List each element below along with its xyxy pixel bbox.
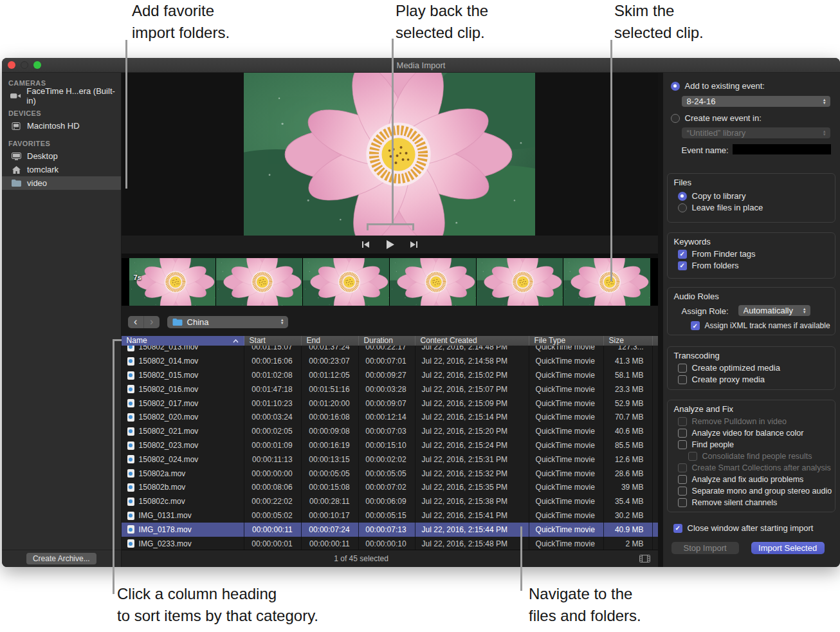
- skip-forward-button[interactable]: [410, 241, 418, 248]
- filmstrip-view-icon[interactable]: [639, 555, 650, 564]
- folder-dropdown[interactable]: China ▲▼: [167, 316, 288, 328]
- table-row[interactable]: 150802_016.mov00:01:47:1800:01:51:1600:0…: [122, 382, 658, 396]
- check-create-optimized-media[interactable]: Create optimized media: [678, 363, 780, 373]
- filmstrip-thumbnail[interactable]: [303, 258, 389, 306]
- column-header-filler: [653, 336, 658, 346]
- sidebar-section-favorites: FAVORITES: [8, 140, 121, 147]
- table-row[interactable]: 150802_020.mov00:00:03:2400:00:16:0800:0…: [122, 411, 658, 425]
- movie-file-icon: [127, 413, 134, 422]
- cell-text: 00:00:05:02: [251, 511, 292, 520]
- cell-name: 150802_015.mov: [122, 368, 244, 382]
- table-row[interactable]: 150802a.mov00:00:00:0000:00:05:0500:00:0…: [122, 467, 658, 481]
- table-row[interactable]: IMG_0131.mov00:00:05:0200:00:10:1700:00:…: [122, 508, 658, 523]
- radio-copy-to-library[interactable]: Copy to library: [678, 191, 746, 201]
- table-row[interactable]: 150802_023.mov00:00:01:0900:00:16:1900:0…: [122, 438, 658, 452]
- cell-content-created: Jul 22, 2016, 2:15:38 PM: [415, 494, 529, 508]
- check-separate-mono-and-group-stereo-audio[interactable]: Separate mono and group stereo audio: [678, 487, 832, 496]
- cell-text: 150802_014.mov: [139, 357, 199, 366]
- cell-text: Jul 22, 2016, 2:15:09 PM: [422, 399, 507, 408]
- cell-content-created: Jul 22, 2016, 2:14:48 PM: [415, 346, 529, 355]
- cell-text: 00:00:11:13: [252, 455, 293, 464]
- transcoding-group-title: Transcoding: [674, 351, 720, 360]
- ixml-checkbox[interactable]: ✓ Assign iXML track names if available: [691, 321, 830, 330]
- event-name-input[interactable]: [733, 144, 831, 154]
- title-bar[interactable]: Media Import: [2, 58, 840, 73]
- play-button[interactable]: [385, 240, 394, 249]
- filmstrip[interactable]: 7s: [122, 258, 658, 306]
- create-new-event-radio[interactable]: Create new event in:: [671, 113, 762, 123]
- skip-back-button[interactable]: [361, 241, 370, 248]
- cell-text: 85.5 MB: [615, 441, 644, 450]
- cell-start: 00:00:02:05: [244, 424, 302, 438]
- table-row[interactable]: 150802_013.mov00:01:15:0700:01:37:2400:0…: [122, 346, 658, 355]
- movie-file-icon: [127, 512, 134, 520]
- stop-import-button[interactable]: Stop Import: [671, 542, 739, 554]
- check-from-finder-tags[interactable]: ✓From Finder tags: [678, 249, 756, 259]
- check-remove-silent-channels[interactable]: Remove silent channels: [678, 498, 778, 507]
- clip-preview[interactable]: [122, 73, 658, 236]
- close-window-button[interactable]: [8, 61, 15, 69]
- table-row[interactable]: IMG_0233.mov00:00:00:0100:00:00:1100:00:…: [122, 537, 658, 550]
- cell-content-created: Jul 22, 2016, 2:15:32 PM: [415, 467, 529, 481]
- filmstrip-thumbnail[interactable]: [563, 258, 650, 306]
- column-header-size[interactable]: Size: [604, 336, 653, 346]
- sidebar-item-macintosh-hd[interactable]: Macintosh HD: [2, 119, 121, 133]
- table-row[interactable]: 150802_015.mov00:01:02:0800:01:12:0500:0…: [122, 368, 658, 382]
- table-row[interactable]: 150802_024.mov00:00:11:1300:00:13:1500:0…: [122, 452, 658, 467]
- check-analyze-and-fix-audio-problems[interactable]: Analyze and fix audio problems: [678, 475, 804, 484]
- forward-button[interactable]: ›: [144, 316, 160, 328]
- cell-text: 150802_015.mov: [139, 371, 199, 380]
- back-button[interactable]: ‹: [128, 316, 144, 328]
- sidebar-item-label: Macintosh HD: [27, 121, 80, 131]
- column-header-duration[interactable]: Duration: [359, 336, 415, 346]
- keywords-group: Keywords ✓From Finder tags✓From folders: [667, 232, 835, 279]
- column-header-start[interactable]: Start: [244, 336, 302, 346]
- zoom-window-button[interactable]: [33, 61, 41, 69]
- import-selected-button[interactable]: Import Selected: [751, 542, 825, 554]
- cell-text: 00:00:13:15: [309, 455, 349, 464]
- cell-content-created: Jul 22, 2016, 2:15:14 PM: [415, 411, 529, 425]
- check-create-proxy-media[interactable]: Create proxy media: [678, 375, 765, 384]
- callout-navigate: Navigate to the files and folders.: [529, 583, 641, 627]
- filmstrip-thumbnail[interactable]: [477, 258, 563, 306]
- create-archive-button[interactable]: Create Archive...: [26, 553, 96, 564]
- assign-role-dropdown[interactable]: Automatically ▲▼: [738, 305, 810, 316]
- column-header-file-type[interactable]: File Type: [529, 336, 604, 346]
- checkbox-checked-icon: ✓: [691, 321, 700, 330]
- selection-status: 1 of 45 selected: [334, 554, 388, 563]
- cell-size: 30.2 MB: [604, 508, 653, 523]
- existing-event-dropdown[interactable]: 8-24-16 ▲▼: [682, 96, 830, 107]
- table-row[interactable]: 150802_017.mov00:01:10:2300:01:20:0000:0…: [122, 396, 658, 411]
- filmstrip-thumbnail[interactable]: 7s: [129, 258, 215, 306]
- sidebar-item-facetime-h-era-built-in[interactable]: FaceTime H...era (Built-in): [2, 89, 121, 102]
- table-row[interactable]: 150802b.mov00:00:08:0600:00:15:0800:00:0…: [122, 481, 658, 495]
- cell-text: 35.4 MB: [615, 497, 644, 506]
- column-header-name[interactable]: Name: [122, 336, 244, 346]
- sidebar-item-desktop[interactable]: Desktop: [2, 149, 121, 163]
- table-row[interactable]: 150802_014.mov00:00:16:0600:00:23:0700:0…: [122, 354, 658, 368]
- close-window-checkbox[interactable]: ✓ Close window after starting import: [673, 523, 814, 533]
- cell-text: 150802c.mov: [139, 497, 185, 506]
- cell-text: 00:00:07:13: [365, 525, 406, 534]
- radio-leave-files-in-place[interactable]: Leave files in place: [678, 203, 763, 212]
- table-row[interactable]: 150802c.mov00:00:22:0200:00:28:1100:00:0…: [122, 494, 658, 508]
- table-row[interactable]: 150802_021.mov00:00:02:0500:00:09:0800:0…: [122, 424, 658, 438]
- cell-text: 23.3 MB: [615, 385, 644, 394]
- cell-text: 00:00:01:09: [251, 441, 292, 450]
- filmstrip-thumbnail[interactable]: [390, 258, 476, 306]
- cell-text: 39 MB: [621, 483, 644, 492]
- option-label: Add to existing event:: [685, 81, 765, 91]
- check-from-folders[interactable]: ✓From folders: [678, 261, 739, 270]
- check-analyze-video-for-balance-color[interactable]: Analyze video for balance color: [678, 429, 804, 438]
- minimize-window-button[interactable]: [21, 61, 28, 69]
- radio-off-icon: [678, 203, 687, 212]
- add-to-existing-event-radio[interactable]: Add to existing event:: [671, 81, 765, 91]
- table-row[interactable]: IMG_0178.mov00:00:00:1100:00:07:2400:00:…: [122, 523, 658, 537]
- files-group-title: Files: [674, 178, 691, 187]
- column-header-content-created[interactable]: Content Created: [415, 336, 529, 346]
- sidebar-item-tomclark[interactable]: tomclark: [2, 163, 121, 176]
- column-header-end[interactable]: End: [302, 336, 359, 346]
- check-find-people[interactable]: Find people: [678, 440, 734, 449]
- filmstrip-thumbnail[interactable]: [216, 258, 302, 306]
- sidebar-item-video[interactable]: video: [2, 176, 121, 190]
